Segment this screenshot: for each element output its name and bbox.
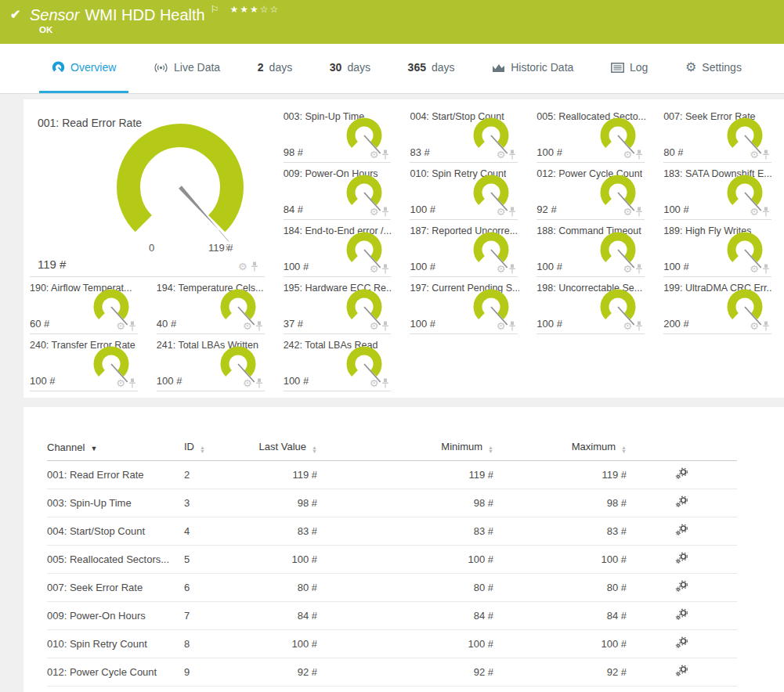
gauge-value: 100 # <box>30 375 56 387</box>
gear-icon[interactable]: ⚙ <box>750 321 759 331</box>
cell-id: 5 <box>184 546 235 574</box>
column-header-minimum[interactable]: Minimum▲▼ <box>317 437 493 461</box>
column-header-id[interactable]: ID▲▼ <box>184 437 235 461</box>
gauge-cell: 188: Command Timeout100 #⚙ <box>537 220 645 277</box>
channel-settings-icon[interactable] <box>675 608 688 623</box>
column-header-channel[interactable]: Channel▼ <box>47 437 184 461</box>
pin-icon[interactable] <box>762 264 770 274</box>
cell-maximum: 80 # <box>493 574 627 602</box>
tab-30-days[interactable]: 30days <box>317 44 383 93</box>
channel-settings-icon[interactable] <box>675 665 688 679</box>
pin-icon[interactable] <box>381 378 389 388</box>
pin-icon[interactable] <box>128 321 136 331</box>
pin-icon[interactable] <box>635 321 643 331</box>
gear-icon[interactable]: ⚙ <box>623 150 633 160</box>
pin-icon[interactable] <box>762 150 770 160</box>
channel-settings-icon[interactable] <box>675 552 688 567</box>
pin-icon[interactable] <box>255 321 263 331</box>
gear-icon[interactable]: ⚙ <box>750 207 759 217</box>
pin-icon[interactable] <box>255 378 263 388</box>
gauge-cell-actions: ⚙ <box>497 207 517 217</box>
table-row: 010: Spin Retry Count8100 #100 #100 # <box>47 630 737 658</box>
pin-icon[interactable] <box>762 321 770 331</box>
sensor-status-badge: OK <box>39 25 52 34</box>
channel-settings-icon[interactable] <box>675 524 688 539</box>
gear-icon[interactable]: ⚙ <box>116 321 125 331</box>
gear-icon[interactable]: ⚙ <box>623 321 633 331</box>
gauge-cell-actions: ⚙ <box>497 321 517 331</box>
gauge-cell: 197: Current Pending S...100 #⚙ <box>410 277 518 334</box>
gear-icon[interactable]: ⚙ <box>497 264 506 274</box>
gauge-value: 83 # <box>410 146 429 158</box>
pin-icon[interactable] <box>635 150 643 160</box>
cell-channel: 183: SATA Downshift Err... <box>47 687 184 692</box>
gear-icon[interactable]: ⚙ <box>750 264 759 274</box>
gear-icon[interactable]: ⚙ <box>370 150 379 160</box>
gear-icon[interactable]: ⚙ <box>243 378 252 388</box>
tab-log[interactable]: Log <box>598 44 660 93</box>
cell-minimum: 98 # <box>317 489 493 517</box>
tab-settings[interactable]: ⚙Settings <box>673 44 754 93</box>
gauge-cell-actions: ⚙ <box>370 150 390 160</box>
pin-icon[interactable] <box>508 150 516 160</box>
pin-icon[interactable] <box>128 378 136 388</box>
column-label: ID <box>184 441 194 452</box>
cell-id: 6 <box>184 574 235 602</box>
channel-settings-icon[interactable] <box>675 467 688 482</box>
tab-live-data[interactable]: Live Data <box>141 44 233 93</box>
pin-icon[interactable] <box>508 321 516 331</box>
gear-icon[interactable]: ⚙ <box>623 207 633 217</box>
cell-maximum: 83 # <box>493 517 627 546</box>
channel-settings-icon[interactable] <box>675 580 688 595</box>
pin-icon[interactable] <box>508 264 516 274</box>
pin-icon[interactable] <box>762 207 770 217</box>
tab-overview[interactable]: Overview <box>39 44 128 93</box>
gear-icon[interactable]: ⚙ <box>623 264 633 274</box>
gear-icon[interactable]: ⚙ <box>370 321 379 331</box>
gear-icon[interactable]: ⚙ <box>370 378 379 388</box>
gear-icon[interactable]: ⚙ <box>243 321 252 331</box>
gear-icon[interactable]: ⚙ <box>497 207 506 217</box>
cell-last-value: 92 # <box>235 658 317 687</box>
column-header-last-value[interactable]: Last Value▲▼ <box>235 437 317 461</box>
flag-icon[interactable]: ⚐ <box>211 4 219 15</box>
pin-icon[interactable] <box>508 207 516 217</box>
gear-icon[interactable]: ⚙ <box>238 261 247 272</box>
gear-icon[interactable]: ⚙ <box>370 264 379 274</box>
cell-actions <box>627 658 737 687</box>
pin-icon[interactable] <box>635 264 643 274</box>
column-header-maximum[interactable]: Maximum▲▼ <box>493 437 627 461</box>
gauge-value: 98 # <box>284 146 303 158</box>
channel-settings-icon[interactable] <box>675 636 688 651</box>
cell-maximum: 100 # <box>493 630 627 658</box>
pin-icon[interactable] <box>381 264 389 274</box>
gauge-cell: 183: SATA Downshift E...100 #⚙ <box>663 163 771 220</box>
cell-last-value: 80 # <box>235 574 317 602</box>
gauges-panel: 001: Read Error Rate x̄ 0 119 # 119 # ⚙ … <box>23 99 784 398</box>
gauge-scale-max: 119 # <box>208 242 233 254</box>
pin-icon[interactable] <box>381 321 389 331</box>
priority-stars[interactable]: ★★★☆☆ <box>230 4 280 15</box>
table-row: 004: Start/Stop Count483 #83 #83 # <box>47 517 737 546</box>
column-header-actions <box>627 437 737 461</box>
gear-icon[interactable]: ⚙ <box>370 207 379 217</box>
tab-2-days[interactable]: 2days <box>245 44 305 93</box>
channel-settings-icon[interactable] <box>675 496 688 510</box>
sensor-header: ✔ SensorWMI HDD Health⚐★★★☆☆ OK <box>0 0 784 44</box>
gauge-cell: 005: Reallocated Secto...100 #⚙ <box>537 106 645 163</box>
gear-icon[interactable]: ⚙ <box>750 150 759 160</box>
gauge-cell-actions: ⚙ <box>370 264 390 274</box>
gauge-value: 100 # <box>537 261 562 272</box>
gauge-cell-actions: ⚙ <box>623 207 644 217</box>
pin-icon[interactable] <box>251 261 258 272</box>
pin-icon[interactable] <box>381 207 389 217</box>
gear-icon[interactable]: ⚙ <box>116 378 125 388</box>
tab-bar: OverviewLive Data2days30days365daysHisto… <box>0 44 784 94</box>
gauge-cell-actions: ⚙ <box>243 378 263 388</box>
tab-365-days[interactable]: 365days <box>396 44 468 93</box>
pin-icon[interactable] <box>381 150 389 160</box>
gear-icon[interactable]: ⚙ <box>497 321 506 331</box>
pin-icon[interactable] <box>635 207 643 217</box>
gear-icon[interactable]: ⚙ <box>497 150 506 160</box>
tab-historic-data[interactable]: Historic Data <box>479 44 586 93</box>
